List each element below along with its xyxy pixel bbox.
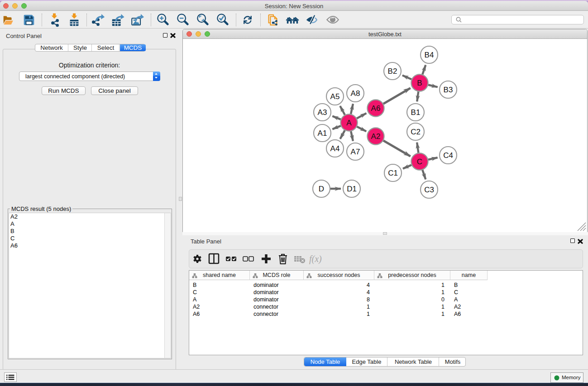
svg-text:B3: B3 xyxy=(444,86,453,94)
svg-text:A1: A1 xyxy=(318,129,327,138)
svg-text:A: A xyxy=(346,119,352,127)
svg-text:A5: A5 xyxy=(330,92,340,101)
svg-text:A3: A3 xyxy=(318,108,327,117)
svg-text:C4: C4 xyxy=(443,151,453,160)
svg-text:D1: D1 xyxy=(347,185,357,193)
svg-text:A7: A7 xyxy=(351,148,360,156)
svg-text:B2: B2 xyxy=(388,67,397,76)
svg-text:B1: B1 xyxy=(411,108,421,117)
svg-text:A4: A4 xyxy=(330,144,340,153)
svg-text:C: C xyxy=(417,157,422,166)
svg-text:f(x): f(x) xyxy=(309,254,322,264)
svg-text:C1: C1 xyxy=(388,169,398,177)
svg-text:A2: A2 xyxy=(371,132,381,141)
svg-text:C3: C3 xyxy=(424,186,434,194)
svg-text:A6: A6 xyxy=(371,104,381,113)
svg-text:B: B xyxy=(417,79,422,87)
svg-text:A8: A8 xyxy=(351,89,360,98)
svg-text:C2: C2 xyxy=(411,128,421,136)
svg-text:D: D xyxy=(319,185,324,193)
svg-text:B4: B4 xyxy=(425,51,434,59)
